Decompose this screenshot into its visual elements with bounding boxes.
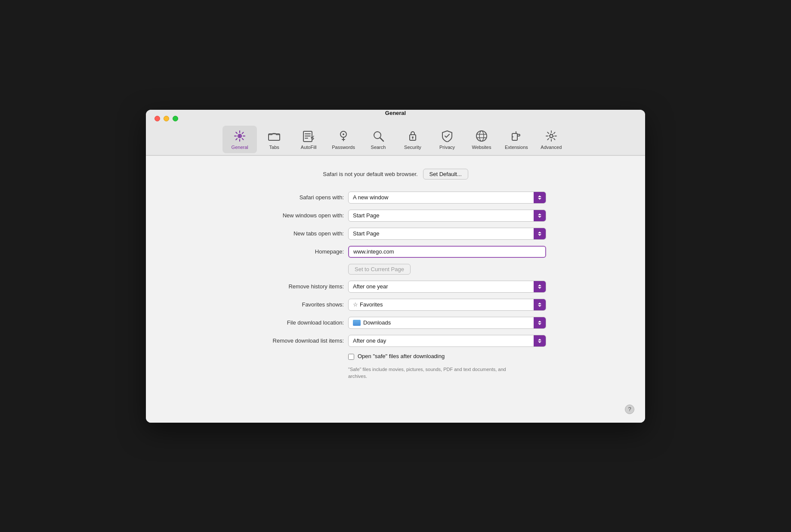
downloads-folder-icon (353, 320, 361, 326)
websites-icon (475, 129, 488, 143)
favorites-value: Favorites (360, 301, 383, 308)
safari-opens-select[interactable]: A new window (348, 192, 546, 204)
tab-passwords-label: Passwords (332, 145, 355, 150)
set-current-row: Set to Current Page (245, 264, 546, 275)
svg-line-11 (380, 138, 383, 141)
file-download-row: File download location: Downloads (245, 317, 546, 329)
safe-files-hint: "Safe" files include movies, pictures, s… (348, 366, 512, 380)
new-windows-row: New windows open with: Start Page (245, 210, 546, 222)
safe-files-checkbox[interactable] (348, 354, 354, 360)
safari-opens-control: A new window (348, 192, 546, 204)
privacy-icon (440, 129, 454, 143)
toolbar: General Tabs (222, 126, 569, 155)
titlebar: General General (146, 110, 645, 155)
homepage-input[interactable] (348, 246, 546, 258)
remove-history-select[interactable]: After one year (348, 281, 546, 293)
new-tabs-control: Start Page (348, 228, 546, 240)
content-area: Safari is not your default web browser. … (146, 156, 645, 423)
svg-line-7 (313, 136, 314, 137)
general-icon (233, 129, 247, 143)
tab-extensions-label: Extensions (505, 145, 528, 150)
favorites-star-icon: ☆ (353, 301, 358, 308)
favorites-control: ☆ Favorites (348, 299, 546, 311)
tab-tabs-label: Tabs (269, 145, 279, 150)
file-download-label: File download location: (245, 319, 344, 326)
passwords-icon (337, 129, 350, 143)
favorites-label: Favorites shows: (245, 301, 344, 308)
remove-download-label: Remove download list items: (245, 337, 344, 344)
safari-opens-arrow (534, 192, 546, 203)
new-windows-control: Start Page (348, 210, 546, 222)
security-icon (406, 129, 420, 143)
remove-history-row: Remove history items: After one year (245, 281, 546, 293)
tab-autofill[interactable]: AutoFill (291, 126, 326, 153)
advanced-icon (544, 129, 558, 143)
tab-general[interactable]: General (222, 126, 257, 153)
new-windows-select[interactable]: Start Page (348, 210, 546, 222)
remove-history-label: Remove history items: (245, 283, 344, 290)
minimize-button[interactable] (164, 116, 169, 121)
tab-security[interactable]: Security (396, 126, 430, 153)
safari-opens-row: Safari opens with: A new window (245, 192, 546, 204)
new-windows-value: Start Page (353, 212, 379, 219)
tab-autofill-label: AutoFill (301, 145, 317, 150)
tab-extensions[interactable]: Extensions (499, 126, 534, 153)
svg-point-15 (476, 131, 487, 141)
file-download-arrow (534, 317, 546, 328)
maximize-button[interactable] (173, 116, 178, 121)
tab-tabs[interactable]: Tabs (257, 126, 291, 153)
tab-websites-label: Websites (472, 145, 491, 150)
tab-search-label: Search (371, 145, 386, 150)
safari-opens-label: Safari opens with: (245, 194, 344, 201)
new-tabs-label: New tabs open with: (245, 230, 344, 237)
search-icon (371, 129, 385, 143)
set-default-button[interactable]: Set Default... (423, 169, 468, 179)
file-download-select[interactable]: Downloads (348, 317, 546, 329)
safe-files-label: Open "safe" files after downloading (358, 353, 445, 359)
new-tabs-value: Start Page (353, 230, 379, 237)
default-browser-message: Safari is not your default web browser. (323, 171, 417, 177)
tab-advanced-label: Advanced (541, 145, 562, 150)
new-tabs-select[interactable]: Start Page (348, 228, 546, 240)
svg-point-20 (550, 134, 553, 137)
new-tabs-row: New tabs open with: Start Page (245, 228, 546, 240)
remove-download-value: After one day (353, 337, 386, 344)
safari-opens-value: A new window (353, 194, 388, 201)
new-tabs-arrow (534, 228, 546, 239)
svg-point-9 (343, 133, 344, 135)
tab-security-label: Security (404, 145, 421, 150)
file-download-control: Downloads (348, 317, 546, 329)
remove-history-arrow (534, 281, 546, 292)
svg-point-1 (239, 135, 241, 137)
tab-advanced[interactable]: Advanced (534, 126, 569, 153)
window-title: General (385, 110, 406, 116)
help-button[interactable]: ? (625, 405, 634, 414)
preferences-window: General General (146, 110, 645, 423)
remove-history-control: After one year (348, 281, 546, 293)
new-windows-label: New windows open with: (245, 212, 344, 219)
homepage-label: Homepage: (245, 248, 344, 255)
default-browser-bar: Safari is not your default web browser. … (163, 169, 628, 179)
tab-websites[interactable]: Websites (464, 126, 499, 153)
set-current-page-button[interactable]: Set to Current Page (348, 264, 411, 275)
remove-download-arrow (534, 335, 546, 346)
homepage-control (348, 246, 546, 258)
remove-download-select[interactable]: After one day (348, 335, 546, 347)
favorites-arrow (534, 299, 546, 310)
new-windows-arrow (534, 210, 546, 221)
tab-privacy[interactable]: Privacy (430, 126, 464, 153)
remove-download-row: Remove download list items: After one da… (245, 335, 546, 347)
favorites-select[interactable]: ☆ Favorites (348, 299, 546, 311)
autofill-icon (302, 129, 315, 143)
remove-history-value: After one year (353, 283, 388, 290)
file-download-value: Downloads (363, 319, 391, 326)
tab-general-label: General (232, 145, 248, 150)
favorites-row: Favorites shows: ☆ Favorites (245, 299, 546, 311)
settings-form: Safari opens with: A new window New wind… (245, 192, 546, 380)
tab-passwords[interactable]: Passwords (326, 126, 361, 153)
remove-download-control: After one day (348, 335, 546, 347)
svg-point-16 (479, 131, 484, 141)
tab-search[interactable]: Search (361, 126, 396, 153)
traffic-lights (154, 116, 178, 121)
close-button[interactable] (154, 116, 160, 121)
